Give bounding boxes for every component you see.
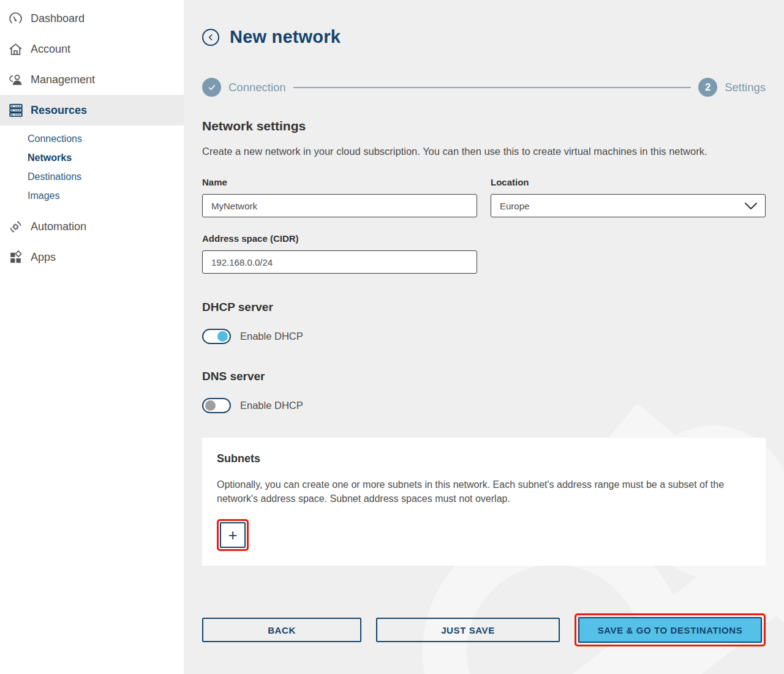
just-save-button[interactable]: JUST SAVE xyxy=(376,618,560,642)
location-label: Location xyxy=(491,177,766,187)
sidebar-item-account[interactable]: Account xyxy=(0,34,184,64)
apps-icon xyxy=(7,249,24,266)
cidr-label: Address space (CIDR) xyxy=(202,233,477,244)
section-title: Network settings xyxy=(202,119,766,133)
name-input[interactable] xyxy=(202,194,477,217)
sidebar-item-label: Apps xyxy=(31,251,56,264)
subnav-label: Connections xyxy=(28,133,82,144)
step-settings-circle: 2 xyxy=(698,78,717,97)
back-step-button[interactable]: BACK xyxy=(202,618,361,642)
save-go-annotation: SAVE & GO TO DESTINATIONS xyxy=(575,613,766,646)
subnets-description: Optionally, you can create one or more s… xyxy=(217,477,728,506)
sidebar-item-destinations[interactable]: Destinations xyxy=(0,167,184,186)
stepper-line xyxy=(293,87,692,88)
dns-server-title: DNS server xyxy=(202,370,766,383)
action-bar: BACK JUST SAVE SAVE & GO TO DESTINATIONS xyxy=(202,613,766,646)
name-label: Name xyxy=(202,177,477,187)
sidebar-item-resources[interactable]: Resources xyxy=(0,95,184,125)
location-select[interactable] xyxy=(491,194,766,217)
sidebar-item-automation[interactable]: Automation xyxy=(0,211,184,242)
sidebar-item-management[interactable]: Management xyxy=(0,64,184,95)
dns-toggle[interactable] xyxy=(202,398,231,413)
subnav-label: Networks xyxy=(28,152,72,163)
resources-subnav: Connections Networks Destinations Images xyxy=(0,125,184,211)
dns-toggle-row: Enable DHCP xyxy=(202,398,766,413)
back-button[interactable] xyxy=(202,29,219,46)
step-number: 2 xyxy=(705,82,710,93)
sidebar-item-label: Resources xyxy=(31,104,87,117)
sidebar-item-connections[interactable]: Connections xyxy=(0,129,184,148)
automation-icon xyxy=(7,219,24,235)
dhcp-toggle[interactable] xyxy=(202,329,231,344)
location-field-group: Location xyxy=(491,177,766,217)
house-icon xyxy=(7,41,24,58)
step-connection-circle xyxy=(202,78,221,97)
network-form: Name Location Address space (CIDR) xyxy=(202,177,766,274)
add-subnet-annotation: + xyxy=(217,519,249,551)
wizard-stepper: Connection 2 Settings xyxy=(202,78,766,97)
subnav-label: Images xyxy=(28,190,59,201)
section-description: Create a new network in your cloud subsc… xyxy=(202,144,753,159)
sidebar-item-apps[interactable]: Apps xyxy=(0,242,184,272)
sidebar-item-dashboard[interactable]: Dashboard xyxy=(0,3,184,34)
step-connection-label[interactable]: Connection xyxy=(228,81,286,94)
dhcp-toggle-label: Enable DHCP xyxy=(240,331,303,342)
check-icon xyxy=(207,83,217,92)
sidebar: Dashboard Account Management xyxy=(0,0,184,674)
dhcp-toggle-row: Enable DHCP xyxy=(202,329,766,344)
subnets-title: Subnets xyxy=(217,452,751,465)
plus-icon: + xyxy=(228,526,237,545)
dns-toggle-label: Enable DHCP xyxy=(240,400,303,411)
name-field-group: Name xyxy=(202,177,477,217)
sidebar-item-label: Automation xyxy=(31,220,86,233)
page-title: New network xyxy=(230,27,341,47)
sidebar-item-label: Dashboard xyxy=(31,12,85,25)
save-and-go-button[interactable]: SAVE & GO TO DESTINATIONS xyxy=(578,617,762,643)
step-settings-label: Settings xyxy=(725,81,766,94)
sidebar-item-images[interactable]: Images xyxy=(0,186,184,205)
add-subnet-button[interactable]: + xyxy=(220,522,246,548)
people-icon xyxy=(7,72,24,88)
sidebar-item-networks[interactable]: Networks xyxy=(0,148,184,167)
subnav-label: Destinations xyxy=(28,171,81,182)
gauge-icon xyxy=(7,10,24,27)
page-header: New network xyxy=(202,0,766,47)
cidr-input[interactable] xyxy=(202,250,477,274)
main-content: New network Connection 2 Settings Networ… xyxy=(184,0,784,674)
sidebar-item-label: Management xyxy=(31,73,95,86)
chevron-left-icon xyxy=(206,32,216,42)
cidr-field-group: Address space (CIDR) xyxy=(202,233,477,274)
dhcp-server-title: DHCP server xyxy=(202,301,766,314)
subnets-card: Subnets Optionally, you can create one o… xyxy=(202,438,766,566)
sidebar-item-label: Account xyxy=(31,43,70,56)
servers-icon xyxy=(7,102,24,119)
